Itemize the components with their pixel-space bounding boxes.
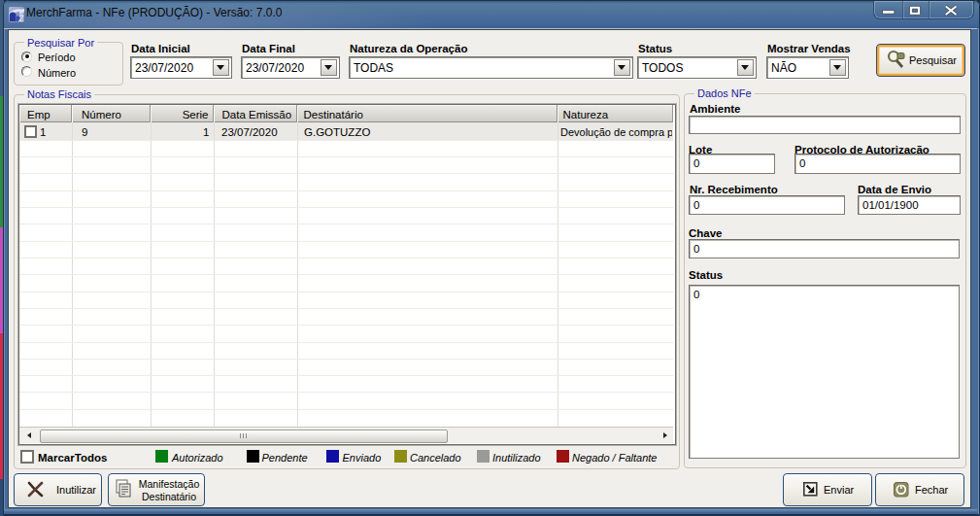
svg-text:hos: hos [17, 11, 24, 22]
